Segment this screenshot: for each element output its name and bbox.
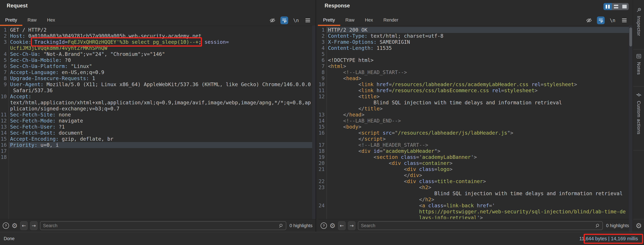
editor-row[interactable]: 17 (0, 148, 316, 154)
editor-row[interactable]: 22 <div class=title-container> (318, 178, 632, 184)
help-icon[interactable]: ? (320, 222, 327, 229)
editor-row[interactable]: UcfiJM3jLVQqkdmm74vyhtZrMKhSPnQW (0, 45, 316, 51)
hide-highlights-icon[interactable] (268, 16, 276, 24)
prev-match-button[interactable]: ← (338, 221, 346, 230)
editor-row[interactable]: 7Accept-Language: en-US,en;q=0.9 (0, 69, 316, 76)
editor-row[interactable]: 14 <!--LAB_HEAD_END--> (318, 118, 632, 124)
next-match-button[interactable]: → (30, 221, 38, 230)
layout-rows-button[interactable] (612, 3, 620, 10)
sidebar-item-inspector[interactable]: Inspector (633, 7, 644, 36)
editor-row[interactable]: 5Sec-Ch-Ua-Mobile: ?0 (0, 57, 316, 63)
editor-row[interactable]: 15 <body> (318, 124, 632, 130)
editor-row[interactable]: 23 <h2> (318, 184, 632, 190)
editor-row[interactable]: 10 <link href=/resources/labheader/css/a… (318, 82, 632, 88)
editor-row[interactable]: 18 (0, 154, 316, 160)
show-newlines-icon[interactable]: \n (292, 16, 300, 24)
search-settings-gear-icon[interactable]: ⚙ (12, 222, 18, 229)
layout-switcher (604, 3, 629, 10)
editor-row[interactable]: 8 <!--LAB_HEAD_START--> (318, 69, 632, 76)
editor-row[interactable]: Blind SQL injection with time delays and… (318, 100, 632, 106)
code-line: </h2> (326, 196, 632, 202)
request-search-input[interactable] (40, 221, 286, 230)
editor-row[interactable]: </div> (318, 172, 632, 178)
editor-row[interactable]: 16 <script src="/resources/labheader/js/… (318, 130, 632, 136)
editor-row[interactable]: 2Host: 0a0100a803a3049781cb57a9008a005b.… (0, 33, 316, 39)
editor-row[interactable]: 6<!DOCTYPE html> (318, 57, 632, 63)
sidebar-item-notes[interactable]: Notes (633, 53, 644, 75)
editor-menu-icon[interactable] (304, 16, 312, 24)
editor-row[interactable]: Blind SQL injection with time delays and… (318, 190, 632, 196)
tab-pretty[interactable]: Pretty (318, 15, 340, 26)
response-scrollbar-track[interactable] (629, 26, 632, 232)
tab-render[interactable]: Render (378, 15, 404, 26)
editor-row[interactable]: 16Priority: u=0, i (0, 142, 316, 148)
editor-row[interactable]: 3Cookie: TrackingId=FqEJVxQHRQzHQQEY'%3b… (0, 39, 316, 45)
editor-row[interactable]: 1HTTP/2 200 OK (318, 27, 632, 33)
editor-row[interactable]: lays-info-retrieval'> (318, 215, 632, 219)
editor-row[interactable]: 10Accept: (0, 94, 316, 100)
editor-row[interactable]: 14Sec-Fetch-Dest: document (0, 130, 316, 136)
editor-row[interactable]: 4Content-Length: 11535 (318, 45, 632, 51)
layout-single-button[interactable] (620, 3, 629, 10)
editor-row[interactable]: 12 <title> (318, 94, 632, 100)
editor-row[interactable]: https://portswigger.net/web-security/sql… (318, 209, 632, 215)
editor-row[interactable]: 9User-Agent: Mozilla/5.0 (X11; Linux x86… (0, 82, 316, 88)
show-newlines-icon[interactable]: \n (609, 16, 616, 24)
editor-row[interactable]: </h2> (318, 196, 632, 202)
hide-highlights-icon[interactable] (585, 16, 593, 24)
editor-row[interactable]: 3X-Frame-Options: SAMEORIGIN (318, 39, 632, 45)
editor-row[interactable]: 17 <!--LAB_HEADER_START--> (318, 142, 632, 148)
prev-match-button[interactable]: ← (20, 221, 28, 230)
editor-row[interactable]: 13Sec-Fetch-User: ?1 (0, 124, 316, 130)
editor-row[interactable]: Safari/537.36 (0, 88, 316, 94)
editor-row[interactable]: 2Content-Type: text/html; charset=utf-8 (318, 33, 632, 39)
tab-hex[interactable]: Hex (360, 15, 378, 26)
editor-row[interactable]: 11Sec-Fetch-Site: none (0, 112, 316, 118)
editor-row[interactable]: 4Sec-Ch-Ua: "Not-A.Brand";v="24", "Chrom… (0, 51, 316, 57)
editor-row[interactable]: 19 <section class='academyLabBanner'> (318, 154, 632, 160)
editor-row[interactable]: 12Sec-Fetch-Mode: navigate (0, 118, 316, 124)
settings-gear-icon[interactable]: ⚙ (636, 222, 642, 229)
word-wrap-icon[interactable] (597, 16, 605, 24)
code-line: Content-Type: text/html; charset=utf-8 (326, 33, 632, 39)
editor-row[interactable]: text/html,application/xhtml+xml,applicat… (0, 100, 316, 106)
line-number: 14 (0, 130, 8, 136)
sidebar-item-custom-actions[interactable]: Custom actions (633, 92, 644, 134)
response-scrollbar-thumb[interactable] (629, 28, 632, 46)
editor-row[interactable]: 13 </head> (318, 112, 632, 118)
editor-row[interactable]: </script> (318, 136, 632, 142)
response-search-input[interactable] (358, 221, 603, 230)
next-match-button[interactable]: → (348, 221, 356, 230)
layout-columns-button[interactable] (604, 3, 612, 10)
editor-row[interactable]: 8Upgrade-Insecure-Requests: 1 (0, 76, 316, 82)
word-wrap-icon[interactable] (280, 16, 288, 24)
editor-row[interactable]: 11 <link href=/resources/css/labsEcommer… (318, 88, 632, 94)
editor-row[interactable]: </title> (318, 106, 632, 112)
response-editor[interactable]: 1HTTP/2 200 OK2Content-Type: text/html; … (318, 26, 632, 219)
line-number: 18 (318, 148, 326, 154)
editor-row[interactable]: 9 <head> (318, 76, 632, 82)
help-icon[interactable]: ? (3, 222, 9, 229)
code-line: </head> (326, 112, 632, 118)
tab-raw[interactable]: Raw (22, 15, 42, 26)
tab-pretty[interactable]: Pretty (0, 15, 22, 26)
editor-row[interactable]: 5 (318, 51, 632, 57)
search-settings-gear-icon[interactable]: ⚙ (330, 222, 336, 229)
editor-row[interactable]: 6Sec-Ch-Ua-Platform: "Linux" (0, 63, 316, 69)
editor-menu-icon[interactable] (620, 16, 628, 24)
editor-row[interactable]: 7<html> (318, 63, 632, 69)
request-editor[interactable]: 1GET / HTTP/22Host: 0a0100a803a3049781cb… (0, 26, 316, 219)
request-scrollbar-track[interactable] (312, 26, 316, 219)
editor-row[interactable]: plication/signed-exchange;v=b3;q=0.7 (0, 106, 316, 112)
tab-raw[interactable]: Raw (340, 15, 360, 26)
line-number: 5 (318, 51, 326, 57)
request-editor-toolbar: \n (268, 15, 312, 26)
tab-hex[interactable]: Hex (42, 15, 60, 26)
editor-row[interactable]: 21 <div class=logo> (318, 166, 632, 172)
editor-row[interactable]: 15Accept-Encoding: gzip, deflate, br (0, 136, 316, 142)
editor-row[interactable]: 20 <div class=container> (318, 160, 632, 166)
editor-row[interactable]: 18 <div id="academyLabHeader"> (318, 148, 632, 154)
editor-row[interactable]: 24 <a class=link-back href=' (318, 202, 632, 209)
panel-divider[interactable] (316, 0, 316, 232)
editor-row[interactable]: 1GET / HTTP/2 (0, 27, 316, 33)
